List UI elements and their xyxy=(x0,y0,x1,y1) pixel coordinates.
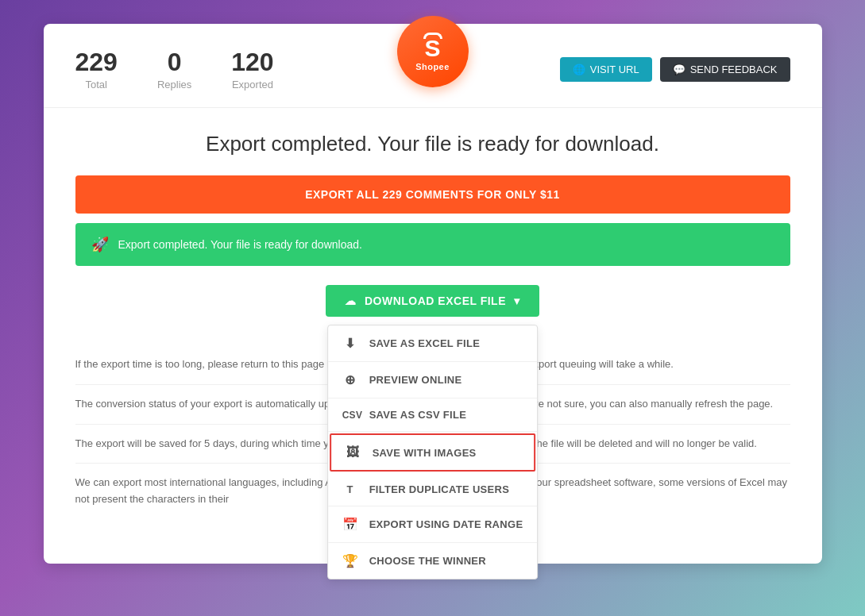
stat-replies: 0 Replies xyxy=(157,48,191,91)
success-bar: 🚀 Export completed. Your file is ready f… xyxy=(75,223,790,266)
visit-url-label: VISIT URL xyxy=(590,64,639,75)
rocket-icon: 🚀 xyxy=(91,236,109,253)
dropdown-item-save-csv[interactable]: CSV SAVE AS CSV FILE xyxy=(328,398,538,432)
visit-url-button[interactable]: 🌐 VISIT URL xyxy=(560,57,652,82)
dropdown-item-filter-duplicate[interactable]: T FILTER DUPLICATE USERS xyxy=(328,473,538,506)
calendar-icon: 📅 xyxy=(342,517,358,532)
main-title: Export completed. Your file is ready for… xyxy=(75,132,790,156)
replies-number: 0 xyxy=(157,48,191,77)
stat-total: 229 Total xyxy=(75,48,118,91)
total-label: Total xyxy=(85,79,106,90)
header-buttons: 🌐 VISIT URL 💬 SEND FEEDBACK xyxy=(560,57,790,82)
exported-label: Exported xyxy=(232,79,273,90)
export-date-label: EXPORT USING DATE RANGE xyxy=(369,518,523,530)
success-bar-text: Export completed. Your file is ready for… xyxy=(118,238,362,251)
header-row: 229 Total 0 Replies 120 Exported S Shope… xyxy=(44,24,822,108)
filter-icon: T xyxy=(342,483,358,495)
download-btn-label: DOWNLOAD EXCEL FILE xyxy=(365,295,506,307)
dropdown-menu: ⬇ SAVE AS EXCEL FILE ⊕ PREVIEW ONLINE CS… xyxy=(327,325,539,579)
logo-container: S Shopee xyxy=(397,16,469,87)
stats-group: 229 Total 0 Replies 120 Exported xyxy=(75,48,274,91)
choose-winner-label: CHOOSE THE WINNER xyxy=(369,555,486,567)
csv-icon: CSV xyxy=(342,410,358,421)
content-area: Export completed. Your file is ready for… xyxy=(44,108,822,356)
exported-number: 120 xyxy=(231,48,273,77)
cloud-upload-icon: ☁ xyxy=(345,295,357,307)
logo-letter: S xyxy=(424,37,440,60)
replies-label: Replies xyxy=(157,79,191,90)
cloud-download-icon: ⬇ xyxy=(342,336,358,351)
chevron-down-icon: ▾ xyxy=(514,295,520,307)
dropdown-item-save-images[interactable]: 🖼 SAVE WITH IMAGES xyxy=(330,433,536,472)
stat-exported: 120 Exported xyxy=(231,48,273,91)
send-feedback-button[interactable]: 💬 SEND FEEDBACK xyxy=(660,57,790,82)
feedback-label: SEND FEEDBACK xyxy=(690,64,778,75)
dropdown-item-preview-online[interactable]: ⊕ PREVIEW ONLINE xyxy=(328,362,538,398)
dropdown-item-choose-winner[interactable]: 🏆 CHOOSE THE WINNER xyxy=(328,543,538,579)
export-all-button[interactable]: EXPORT ALL 229 COMMENTS FOR ONLY $11 xyxy=(75,175,790,214)
download-dropdown-container: ☁ DOWNLOAD EXCEL FILE ▾ ⬇ SAVE AS EXCEL … xyxy=(75,285,790,317)
image-icon: 🖼 xyxy=(346,445,361,460)
filter-duplicate-label: FILTER DUPLICATE USERS xyxy=(369,483,510,495)
dropdown-item-export-date[interactable]: 📅 EXPORT USING DATE RANGE xyxy=(328,506,538,543)
shopee-logo: S Shopee xyxy=(397,16,469,87)
total-number: 229 xyxy=(75,48,118,77)
main-card: 229 Total 0 Replies 120 Exported S Shope… xyxy=(44,24,822,564)
save-excel-label: SAVE AS EXCEL FILE xyxy=(369,337,481,349)
globe-icon: 🌐 xyxy=(573,64,585,75)
trophy-icon: 🏆 xyxy=(342,553,358,568)
eye-icon: ⊕ xyxy=(342,372,358,387)
save-images-label: SAVE WITH IMAGES xyxy=(373,447,477,459)
logo-name: Shopee xyxy=(415,62,450,71)
preview-online-label: PREVIEW ONLINE xyxy=(369,374,462,386)
download-excel-button[interactable]: ☁ DOWNLOAD EXCEL FILE ▾ xyxy=(326,285,539,317)
save-csv-label: SAVE AS CSV FILE xyxy=(369,409,467,421)
dropdown-item-save-excel[interactable]: ⬇ SAVE AS EXCEL FILE xyxy=(328,325,538,362)
chat-icon: 💬 xyxy=(673,64,685,75)
